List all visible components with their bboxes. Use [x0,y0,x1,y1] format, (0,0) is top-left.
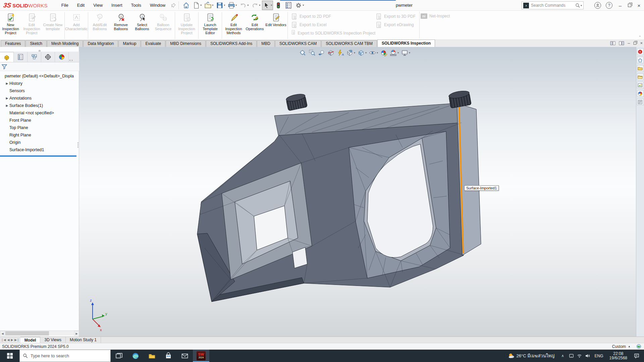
ribbon-button-select-balloons[interactable]: 1Select Balloons [131,11,153,31]
user-account-icon[interactable] [594,2,601,9]
ribbon-button-edit-operations[interactable]: Edit Operations [244,11,265,31]
dropdown-caret-icon[interactable]: ▾ [397,51,399,54]
zoom-to-area-button[interactable] [308,49,316,57]
view-orientation-button[interactable]: ▾ [346,49,356,57]
task-pane-solidworks-resources[interactable]: S [637,48,644,55]
bottom-tab-motion-study-1[interactable]: Motion Study 1 [66,337,101,343]
ribbon-button-edit-vendors[interactable]: Edit Vendors [265,11,286,27]
menu-edit[interactable]: Edit [73,0,89,10]
panel-tab-feature-manager[interactable] [0,52,14,62]
menu-tools[interactable]: Tools [127,0,146,10]
undo-button[interactable]: ▾ [238,1,250,10]
expand-arrow-icon[interactable]: ▶ [5,97,9,100]
tray-volume-icon[interactable] [585,353,590,358]
apply-scene-button[interactable]: ▾ [389,49,399,57]
view-settings-button[interactable]: ▾ [401,49,411,57]
pane-left-icon[interactable] [610,41,615,46]
start-button[interactable] [0,350,19,362]
dropdown-caret-icon[interactable]: ▾ [409,51,410,54]
panel-collapse-handle[interactable] [0,48,79,51]
ribbon-button-launch-template-editor[interactable]: Launch Template Editor [200,11,221,35]
tray-network-icon[interactable] [577,353,582,358]
first-tab-icon[interactable]: ❘◀ [1,338,6,342]
expand-arrow-icon[interactable]: ▶ [5,82,9,85]
options-list-button[interactable] [284,1,293,10]
tree-item-front-plane[interactable]: Front Plane [0,117,79,124]
doc-restore-button[interactable] [634,42,637,45]
task-pane-custom-properties[interactable] [637,99,644,105]
bottom-tab-3d-views[interactable]: 3D Views [40,337,65,343]
hide-show-items-button[interactable]: ▾ [369,49,378,57]
panel-tab-dimxpert-manager[interactable] [41,52,55,62]
task-pane-file-explorer[interactable] [637,73,644,80]
save-button[interactable]: ▾ [215,1,226,10]
taskbar-app-edge[interactable] [127,350,144,362]
tab-solidworks-cam[interactable]: SOLIDWORKS CAM [275,40,321,47]
taskbar-app-file-explorer[interactable] [144,350,160,362]
taskbar-app-task-view[interactable] [111,350,127,362]
tree-item-surface-imported1[interactable]: Surface-Imported1 [0,146,79,154]
menu-view[interactable]: View [89,0,107,10]
panel-tab-configuration-manager[interactable] [28,52,41,62]
taskbar-app-store[interactable] [160,350,176,362]
tab-sketch[interactable]: Sketch [25,40,47,47]
tab-solidworks-inspection[interactable]: SOLIDWORKS Inspection [377,40,435,47]
open-document-button[interactable]: ▾ [203,1,214,10]
task-pane-appearances-scenes[interactable] [637,90,644,97]
close-button[interactable]: × [636,3,642,8]
dropdown-caret-icon[interactable]: ▾ [365,51,367,54]
prev-tab-icon[interactable]: ◀ [7,338,9,342]
tab-solidworks-add-ins[interactable]: SOLIDWORKS Add-Ins [206,40,257,47]
settings-gear-button[interactable]: ▾ [294,1,305,10]
new-document-button[interactable]: ▾ [192,1,203,10]
tab-mbd-dimensions[interactable]: MBD Dimensions [166,40,206,47]
ribbon-collapse-button[interactable]: ⌃ [639,35,641,39]
model-surface-imported1[interactable]: z x y [0,47,644,337]
restore-button[interactable] [628,4,631,7]
redo-button[interactable]: ▾ [250,1,261,10]
taskbar-weather[interactable]: 26°C มีเมฆส่วนใหญ่ [506,352,557,359]
scrollbar-thumb[interactable] [5,331,49,336]
pin-icon[interactable] [171,3,176,8]
scroll-right-icon[interactable]: ▶ [74,331,79,336]
taskbar-app-mail[interactable] [176,350,193,362]
bottom-tab-model[interactable]: Model [20,337,41,343]
home-button[interactable] [181,1,191,10]
section-view-button[interactable] [327,49,335,57]
ribbon-button-new-inspection-project[interactable]: New Inspection Project [0,11,21,35]
units-label[interactable]: Custom [612,344,626,349]
language-indicator[interactable]: ENG [593,354,605,358]
last-tab-icon[interactable]: ▶❘ [14,338,19,342]
dynamic-annotation-views-button[interactable]: A [336,49,344,57]
ribbon-button-edit-inspection-methods[interactable]: Edit Inspection Methods [223,11,244,35]
command-search[interactable]: › Search Commands ▾ [522,1,584,9]
scroll-left-icon[interactable]: ◀ [0,331,5,336]
globe-icon[interactable] [636,344,641,349]
help-icon[interactable]: ? [606,2,612,9]
tray-expand-icon[interactable]: ∧ [560,354,566,358]
print-button[interactable]: ▾ [227,1,238,10]
previous-view-button[interactable] [318,49,325,57]
select-tool-button[interactable]: ▾ [262,1,273,10]
tab-mesh-modeling[interactable]: Mesh Modeling [47,40,83,47]
doc-close-button[interactable]: × [640,41,643,46]
ribbon-button-remove-balloons[interactable]: 1Remove Balloons [110,11,131,31]
taskbar-clock[interactable]: 22:08 19/6/2568 [608,352,629,360]
action-center-icon[interactable] [632,353,641,359]
tab-evaluate[interactable]: Evaluate [141,40,165,47]
panel-tab-display-manager[interactable] [55,52,69,62]
dropdown-caret-icon[interactable]: ▾ [354,51,355,54]
rollback-bar[interactable] [0,156,76,157]
tray-tablet-icon[interactable] [569,353,574,358]
panel-tab-scroll-arrows[interactable]: ‹› [69,58,74,62]
expand-arrow-icon[interactable]: ▶ [5,104,9,107]
menu-file[interactable]: File [57,0,73,10]
tree-item-right-plane[interactable]: Right Plane [0,131,79,139]
tab-data-migration[interactable]: Data Migration [83,40,118,47]
units-caret-icon[interactable]: ▲ [628,345,631,348]
panel-tab-property-manager[interactable] [14,52,28,62]
tab-mbd[interactable]: MBD [257,40,275,47]
menu-window[interactable]: Window [146,0,170,10]
next-tab-icon[interactable]: ▶ [11,338,13,342]
display-style-button[interactable]: ▾ [357,49,367,57]
